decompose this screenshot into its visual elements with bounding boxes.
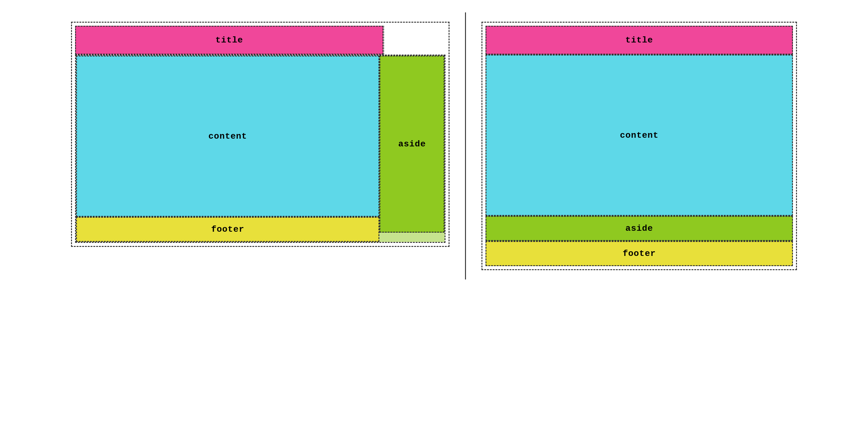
- layout-right: title content aside footer: [472, 12, 806, 279]
- content-label-right: content: [620, 131, 659, 140]
- aside-label-left: aside: [398, 139, 426, 149]
- vertical-divider: [465, 12, 466, 279]
- outer-container-right: title content aside footer: [482, 22, 797, 270]
- aside-left: aside: [379, 56, 444, 233]
- layout-left: title content footer aside: [62, 12, 459, 256]
- aside-bottom-ghost: [379, 233, 444, 242]
- footer-label-left: footer: [211, 224, 244, 234]
- page-wrapper: title content footer aside: [62, 12, 806, 279]
- title-left: title: [75, 26, 383, 55]
- content-left: content: [76, 56, 379, 217]
- aside-col-left: aside: [379, 56, 444, 242]
- aside-label-right: aside: [625, 224, 653, 233]
- footer-right: footer: [486, 241, 793, 266]
- content-label-left: content: [209, 131, 247, 141]
- content-right: content: [486, 55, 793, 216]
- content-footer-col: content footer: [76, 56, 379, 242]
- title-label-right: title: [625, 35, 653, 45]
- outer-container-left: title content footer aside: [71, 22, 450, 247]
- body-row-left: content footer aside: [75, 55, 445, 243]
- footer-label-right: footer: [623, 249, 656, 258]
- title-right: title: [486, 26, 793, 55]
- title-label-left: title: [216, 35, 243, 45]
- title-aside-ghost: [383, 26, 445, 55]
- title-row-left: title: [75, 26, 445, 55]
- aside-right: aside: [486, 216, 793, 241]
- footer-left: footer: [76, 217, 379, 242]
